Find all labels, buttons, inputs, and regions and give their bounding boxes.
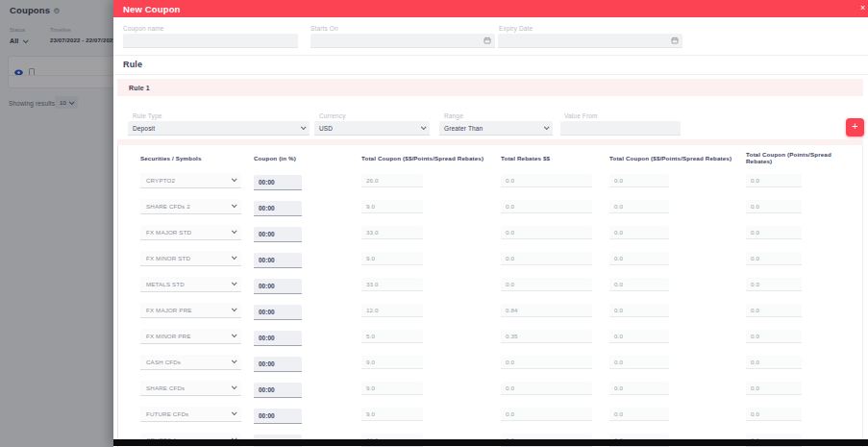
chevron-down-icon xyxy=(232,306,237,311)
chevron-down-icon xyxy=(544,124,550,130)
coupon-percent-input[interactable] xyxy=(254,331,302,346)
security-select[interactable]: FX MAJOR STD xyxy=(140,225,241,240)
total-coupon-value: 9.0 xyxy=(361,200,423,213)
securities-table: Securities / SymbolsCoupon (in %)Total C… xyxy=(117,145,863,447)
coupon-percent-input[interactable] xyxy=(254,305,302,320)
coupon-percent-input[interactable] xyxy=(254,357,302,372)
column-header: Total Coupon (Points/Spread Rebates) xyxy=(746,151,863,164)
security-select[interactable]: FUTURE CFDs xyxy=(140,407,241,422)
table-row: CRYPTO2 26.0 0.0 0.0 0.0 xyxy=(118,167,862,193)
column-header: Total Rebates $$ xyxy=(501,155,609,161)
total-coupon-2-value: 0.0 xyxy=(609,278,669,291)
total-coupon-value: 33.0 xyxy=(361,278,423,291)
expiry-date-input[interactable] xyxy=(498,34,682,48)
column-header: Total Coupon ($$/Points/Spread Rebates) xyxy=(609,155,746,161)
total-coupon-3-value: 0.0 xyxy=(746,252,802,265)
total-coupon-2-value: 0.0 xyxy=(609,200,669,213)
total-coupon-3-value: 0.0 xyxy=(746,174,802,187)
total-coupon-3-value: 0.0 xyxy=(746,408,802,421)
total-rebates-value: 0.84 xyxy=(501,304,592,317)
currency-select[interactable]: USD xyxy=(314,121,430,136)
starts-on-input[interactable] xyxy=(310,34,495,48)
security-select[interactable]: FX MAJOR PRE xyxy=(140,303,241,318)
chevron-down-icon xyxy=(232,254,237,260)
chevron-down-icon xyxy=(232,384,237,389)
rule-type-select[interactable]: Deposit xyxy=(128,121,310,136)
total-coupon-value: 33.0 xyxy=(361,226,423,239)
currency-label: Currency xyxy=(319,112,346,119)
column-header: Coupon (in %) xyxy=(254,155,361,161)
chevron-down-icon xyxy=(301,124,307,130)
total-coupon-2-value: 0.0 xyxy=(609,174,669,187)
table-header-row: Securities / SymbolsCoupon (in %)Total C… xyxy=(118,148,862,167)
value-from-input[interactable] xyxy=(560,121,681,136)
value-from-label: Value From xyxy=(564,112,598,119)
close-icon[interactable]: × xyxy=(860,3,868,12)
rule-section-title: Rule xyxy=(123,60,142,69)
total-coupon-2-value: 0.0 xyxy=(609,226,669,239)
total-coupon-2-value: 0.0 xyxy=(609,408,669,421)
total-coupon-2-value: 0.0 xyxy=(609,330,669,343)
total-rebates-value: 0.0 xyxy=(501,356,592,369)
table-row: FX MAJOR PRE 12.0 0.84 0.0 0.0 xyxy=(118,297,862,323)
total-rebates-value: 0.0 xyxy=(501,278,592,291)
table-row: FUTURE CFDs 9.0 0.0 0.0 0.0 xyxy=(118,401,862,427)
total-coupon-value: 26.0 xyxy=(361,174,423,187)
coupon-percent-input[interactable] xyxy=(254,175,302,190)
coupon-percent-input[interactable] xyxy=(254,383,302,398)
column-header: Total Coupon ($$/Points/Spread Rebates) xyxy=(361,155,501,161)
coupon-name-input[interactable] xyxy=(123,34,298,48)
total-rebates-value: 0.0 xyxy=(501,382,592,395)
modal-backdrop[interactable] xyxy=(0,0,113,447)
coupon-percent-input[interactable] xyxy=(254,279,302,294)
total-coupon-2-value: 0.0 xyxy=(609,356,669,369)
table-row: CASH CFDs 9.0 0.0 0.0 0.0 xyxy=(118,349,862,375)
total-rebates-value: 0.35 xyxy=(501,330,592,343)
chevron-down-icon xyxy=(232,332,237,337)
coupon-percent-input[interactable] xyxy=(254,253,302,268)
starts-on-label: Starts On xyxy=(310,25,338,32)
modal-header: New Coupon × xyxy=(113,0,868,17)
total-rebates-value: 0.0 xyxy=(501,174,592,187)
security-select[interactable]: SHARE CFDs xyxy=(140,381,241,396)
table-row: FX MINOR PRE 5.0 0.35 0.0 0.0 xyxy=(118,323,862,349)
rule-type-label: Rule Type xyxy=(133,112,162,119)
security-select[interactable]: FX MINOR PRE xyxy=(140,329,241,344)
total-coupon-value: 9.0 xyxy=(361,252,423,265)
total-coupon-3-value: 0.0 xyxy=(746,330,802,343)
security-select[interactable]: CRYPTO2 xyxy=(140,173,241,188)
security-select[interactable]: SHARE CFDs 2 xyxy=(140,199,241,214)
total-coupon-value: 9.0 xyxy=(361,356,423,369)
security-select[interactable]: CASH CFDs xyxy=(140,355,241,370)
chevron-down-icon xyxy=(232,280,237,286)
range-select[interactable]: Greater Than xyxy=(439,121,553,136)
table-row: FX MINOR STD 9.0 0.0 0.0 0.0 xyxy=(118,245,862,271)
table-row: FX MAJOR STD 33.0 0.0 0.0 0.0 xyxy=(118,219,862,245)
modal-title: New Coupon xyxy=(123,4,181,14)
chevron-down-icon xyxy=(232,176,237,182)
total-coupon-value: 5.0 xyxy=(361,330,423,343)
chevron-down-icon xyxy=(232,202,237,208)
chevron-down-icon xyxy=(421,124,427,130)
total-coupon-3-value: 0.0 xyxy=(746,278,802,291)
security-select[interactable]: FX MINOR STD xyxy=(140,251,241,266)
column-header: Securities / Symbols xyxy=(140,155,254,161)
new-coupon-modal: New Coupon × Coupon name Starts On Expir… xyxy=(113,0,868,447)
coupon-percent-input[interactable] xyxy=(254,227,302,242)
total-rebates-value: 0.0 xyxy=(501,408,592,421)
total-rebates-value: 0.0 xyxy=(501,226,592,239)
coupon-percent-input[interactable] xyxy=(254,201,302,216)
calendar-icon[interactable] xyxy=(484,37,491,44)
calendar-icon[interactable] xyxy=(671,37,679,44)
table-body: CRYPTO2 26.0 0.0 0.0 0.0 SHARE CFDs 2 9.… xyxy=(118,167,862,447)
total-coupon-3-value: 0.0 xyxy=(746,356,802,369)
add-rule-button[interactable]: + xyxy=(846,118,864,137)
total-rebates-value: 0.0 xyxy=(501,200,592,213)
total-coupon-2-value: 0.0 xyxy=(609,252,669,265)
coupon-percent-input[interactable] xyxy=(254,409,302,424)
total-coupon-2-value: 0.0 xyxy=(609,304,669,317)
security-select[interactable]: METALS STD xyxy=(140,277,241,292)
table-row: SHARE CFDs 9.0 0.0 0.0 0.0 xyxy=(118,375,862,401)
rule-1-title: Rule 1 xyxy=(129,85,150,91)
total-rebates-value: 0.0 xyxy=(501,252,592,265)
